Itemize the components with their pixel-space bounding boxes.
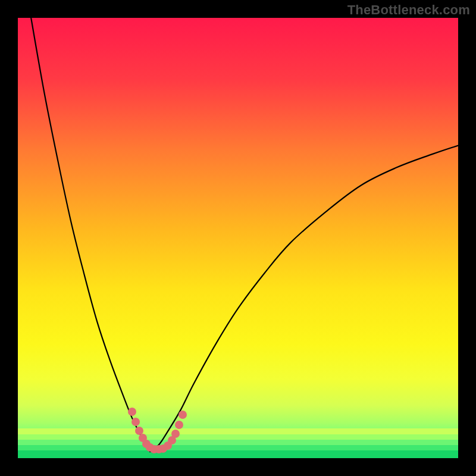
optimal-marker-dot bbox=[128, 408, 136, 416]
optimal-marker-dot bbox=[175, 421, 183, 429]
optimal-marker-dot bbox=[178, 411, 187, 419]
chart-stage: TheBottleneck.com bbox=[0, 0, 476, 476]
optimal-region-markers bbox=[18, 18, 458, 458]
optimal-marker-dot bbox=[171, 430, 180, 438]
optimal-marker-dot bbox=[131, 418, 140, 426]
watermark-text: TheBottleneck.com bbox=[347, 2, 470, 18]
plot-area bbox=[18, 18, 458, 458]
